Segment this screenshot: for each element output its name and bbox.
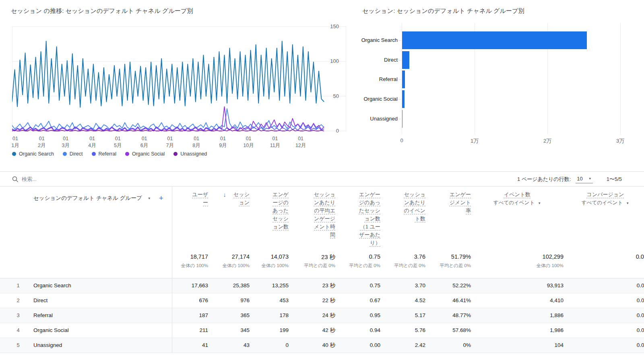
bar-category-label: Organic Search bbox=[350, 37, 398, 44]
row-number: 3 bbox=[14, 308, 22, 323]
cell-event-count: 1,986 bbox=[471, 323, 564, 338]
bar-category-label: Unassigned bbox=[350, 115, 398, 122]
legend-dot-icon bbox=[12, 152, 16, 156]
bar-unassigned[interactable] bbox=[402, 110, 402, 128]
legend-label: Organic Search bbox=[19, 151, 54, 157]
column-header-engaged-sessions[interactable]: エンゲージのあったセッション数 bbox=[250, 191, 289, 231]
cell-users: 676 bbox=[172, 293, 208, 308]
cell-conversions: 0.00 bbox=[564, 293, 644, 308]
cell-engaged-sessions: 13,255 bbox=[250, 278, 289, 293]
column-header-users[interactable]: ユーザー bbox=[172, 191, 208, 207]
line-chart-x-axis: 01 1月01 2月01 3月01 4月01 5月01 6月01 7月01 8月… bbox=[12, 135, 346, 150]
rows-per-page-select[interactable]: 10 ▼ bbox=[576, 175, 592, 183]
bar-category-label: Direct bbox=[350, 56, 398, 64]
table-row-organic-social[interactable]: 4Organic Social21134519942 秒0.945.7657.6… bbox=[0, 323, 644, 338]
table-header: セッションのデフォルト チャネル グループ ▼ + ユーザー↓セッションエンゲー… bbox=[0, 186, 644, 278]
bar-direct[interactable] bbox=[402, 51, 409, 69]
totals-value-avg-engagement-time: 23 秒 bbox=[289, 253, 335, 261]
bar-chart[interactable]: 01万2万3万Organic SearchDirectReferralOrgan… bbox=[350, 23, 636, 144]
cell-avg-engagement-time: 40 秒 bbox=[289, 338, 335, 353]
cell-engaged-sessions: 178 bbox=[250, 308, 289, 323]
column-header-engagement-rate[interactable]: エンゲージメント率 bbox=[425, 191, 471, 215]
channel-name: Organic Social bbox=[33, 323, 69, 338]
table-row-referral[interactable]: 3Referral18736517824 秒0.955.1748.77%1,88… bbox=[0, 308, 644, 323]
column-header-events-per-session[interactable]: セッションあたりのイベント数 bbox=[380, 191, 425, 223]
cell-events-per-session: 5.76 bbox=[380, 323, 425, 338]
column-header-label: エンゲージメント率 bbox=[448, 191, 471, 215]
cell-sessions: 43 bbox=[208, 338, 250, 353]
x-axis-tick-label: 01 5月 bbox=[114, 135, 122, 149]
table-row-unassigned[interactable]: 5Unassigned4143040 秒0.002.420%1040.00 bbox=[0, 338, 644, 353]
y-axis-tick-label: 100 bbox=[325, 58, 339, 64]
channel-name: Direct bbox=[33, 293, 47, 308]
totals-subtext: 全体の 100% bbox=[471, 263, 564, 269]
legend-item-direct[interactable]: Direct bbox=[63, 151, 83, 157]
totals-subtext: 全体の 100% bbox=[208, 263, 250, 269]
totals-value-engagement-rate: 51.79% bbox=[425, 253, 471, 260]
legend-item-organic-search[interactable]: Organic Search bbox=[12, 151, 54, 157]
column-header-label: エンゲージのあったセッション数 bbox=[271, 191, 289, 231]
bar-referral[interactable] bbox=[402, 71, 405, 88]
totals-subtext: 全体の 100% bbox=[172, 263, 208, 269]
line-series-organic-search[interactable] bbox=[12, 41, 324, 107]
line-chart-canvas[interactable] bbox=[12, 23, 346, 134]
x-axis-tick-label: 01 3月 bbox=[62, 135, 70, 149]
totals-value-events-per-session: 3.76 bbox=[380, 253, 425, 260]
column-header-engaged-sessions-per-user[interactable]: エンゲージのあったセッション数（1 ユーザーあたり） bbox=[335, 191, 380, 247]
cell-events-per-session: 3.70 bbox=[380, 278, 425, 293]
cell-event-count: 1,886 bbox=[471, 308, 564, 323]
x-axis-tick-label: 01 9月 bbox=[219, 135, 227, 149]
line-chart-legend: Organic SearchDirectReferralOrganic Soci… bbox=[12, 151, 207, 157]
chevron-down-icon[interactable]: ▼ bbox=[626, 201, 629, 205]
cell-engagement-rate: 57.68% bbox=[425, 323, 471, 338]
cell-event-count: 93,913 bbox=[471, 278, 564, 293]
line-chart[interactable]: 150100500 bbox=[12, 23, 346, 134]
line-chart-title: セッション の推移: セッションのデフォルト チャネル グループ別 bbox=[11, 7, 193, 15]
cell-engaged-sessions-per-user: 0.95 bbox=[335, 308, 380, 323]
totals-subtext: 平均との差 0% bbox=[335, 263, 380, 269]
channel-name: Organic Search bbox=[33, 278, 71, 293]
cell-sessions: 345 bbox=[208, 323, 250, 338]
column-header-sublabel: すべてのイベント bbox=[493, 200, 535, 205]
cell-avg-engagement-time: 24 秒 bbox=[289, 308, 335, 323]
column-header-event-count[interactable]: イベント数すべてのイベント▼ bbox=[471, 191, 564, 208]
dimension-column-header[interactable]: セッションのデフォルト チャネル グループ ▼ + bbox=[33, 195, 163, 202]
legend-label: Unassigned bbox=[180, 151, 207, 157]
column-header-avg-engagement-time[interactable]: セッションあたりの平均エンゲージメント時間 bbox=[289, 191, 335, 239]
search-input[interactable] bbox=[22, 174, 191, 184]
x-axis-tick-label: 01 2月 bbox=[38, 135, 45, 149]
x-axis-tick-label: 01 1月 bbox=[11, 135, 19, 149]
channel-name: Unassigned bbox=[33, 338, 62, 353]
x-axis-tick-label: 01 4月 bbox=[88, 135, 96, 149]
chevron-down-icon[interactable]: ▼ bbox=[538, 201, 541, 205]
cell-users: 41 bbox=[172, 338, 208, 353]
totals-value-event-count: 102,299 bbox=[471, 253, 564, 260]
totals-subtext: 平均との差 0% bbox=[425, 263, 471, 269]
cell-sessions: 976 bbox=[208, 293, 250, 308]
column-header-sessions[interactable]: ↓セッション bbox=[208, 191, 250, 207]
cell-events-per-session: 4.52 bbox=[380, 293, 425, 308]
cell-engaged-sessions: 0 bbox=[250, 338, 289, 353]
legend-item-unassigned[interactable]: Unassigned bbox=[173, 151, 207, 157]
bar-organic-social[interactable] bbox=[402, 90, 405, 108]
legend-dot-icon bbox=[173, 152, 178, 156]
table-row-direct[interactable]: 2Direct67697645322 秒0.674.5246.41%4,4100… bbox=[0, 293, 644, 308]
cell-engaged-sessions: 453 bbox=[250, 293, 289, 308]
totals-value-users: 18,717 bbox=[172, 253, 208, 260]
add-dimension-icon[interactable]: + bbox=[159, 195, 163, 201]
sort-descending-icon[interactable]: ↓ bbox=[223, 191, 227, 199]
y-axis-tick-label: 150 bbox=[325, 23, 339, 29]
legend-item-organic-social[interactable]: Organic Social bbox=[125, 151, 165, 157]
bar-organic-search[interactable] bbox=[402, 31, 587, 49]
column-header-conversions[interactable]: コンバージョンすべてのイベント▼ bbox=[564, 191, 644, 208]
table-toolbar: 1 ページあたりの行数: 10 ▼ 1〜5/5 bbox=[0, 171, 644, 186]
x-axis-tick-label: 01 7月 bbox=[166, 135, 174, 149]
x-axis-tick-label: 01 12月 bbox=[295, 135, 306, 149]
chevron-down-icon[interactable]: ▼ bbox=[148, 197, 151, 200]
column-header-label: ユーザー bbox=[190, 191, 208, 207]
cell-avg-engagement-time: 23 秒 bbox=[289, 278, 335, 293]
legend-dot-icon bbox=[92, 152, 96, 156]
cell-users: 17,663 bbox=[172, 278, 208, 293]
table-row-organic-search[interactable]: 1Organic Search17,66325,38513,25523 秒0.7… bbox=[0, 278, 644, 293]
legend-item-referral[interactable]: Referral bbox=[92, 151, 116, 157]
